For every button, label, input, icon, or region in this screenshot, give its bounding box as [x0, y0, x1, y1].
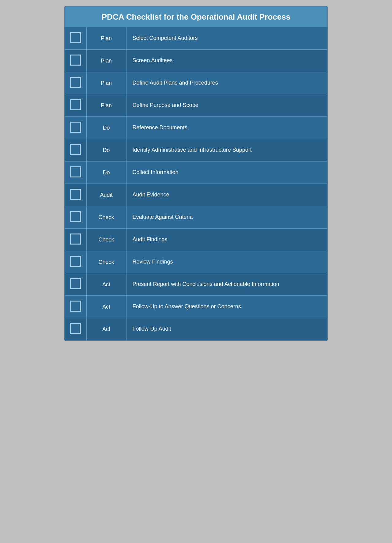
checkbox[interactable]: [70, 323, 81, 334]
checkbox[interactable]: [70, 278, 81, 289]
table-row: AuditAudit Evidence: [65, 184, 327, 206]
checkbox[interactable]: [70, 301, 81, 312]
checkbox-cell[interactable]: [65, 94, 86, 117]
description-label: Select Competent Auditors: [126, 27, 327, 50]
description-label: Present Report with Conclusions and Acti…: [126, 273, 327, 296]
phase-label: Plan: [86, 72, 126, 94]
checkbox-cell[interactable]: [65, 273, 86, 296]
checkbox-cell[interactable]: [65, 184, 86, 206]
checkbox[interactable]: [70, 211, 81, 222]
phase-label: Do: [86, 117, 126, 139]
checklist-card: PDCA Checklist for the Operational Audit…: [64, 6, 328, 341]
checkbox-cell[interactable]: [65, 318, 86, 340]
description-label: Follow-Up to Answer Questions or Concern…: [126, 296, 327, 318]
checkbox-cell[interactable]: [65, 161, 86, 184]
checkbox[interactable]: [70, 32, 81, 43]
checkbox-cell[interactable]: [65, 251, 86, 273]
phase-label: Check: [86, 206, 126, 229]
phase-label: Act: [86, 273, 126, 296]
phase-label: Check: [86, 251, 126, 273]
description-label: Audit Findings: [126, 229, 327, 251]
phase-label: Act: [86, 318, 126, 340]
table-row: DoIdentify Administrative and Infrastruc…: [65, 139, 327, 161]
description-label: Screen Auditees: [126, 50, 327, 72]
description-label: Review Findings: [126, 251, 327, 273]
phase-label: Audit: [86, 184, 126, 206]
description-label: Identify Administrative and Infrastructu…: [126, 139, 327, 161]
phase-label: Do: [86, 139, 126, 161]
table-row: PlanDefine Purpose and Scope: [65, 94, 327, 117]
checkbox[interactable]: [70, 166, 81, 177]
table-row: CheckReview Findings: [65, 251, 327, 273]
page-title: PDCA Checklist for the Operational Audit…: [71, 12, 321, 22]
checkbox[interactable]: [70, 256, 81, 267]
description-label: Collect Information: [126, 161, 327, 184]
table-row: PlanScreen Auditees: [65, 50, 327, 72]
checkbox-cell[interactable]: [65, 27, 86, 50]
table-row: ActFollow-Up to Answer Questions or Conc…: [65, 296, 327, 318]
checkbox-cell[interactable]: [65, 206, 86, 229]
checkbox[interactable]: [70, 99, 81, 110]
table-row: CheckEvaluate Against Criteria: [65, 206, 327, 229]
phase-label: Plan: [86, 50, 126, 72]
checkbox-cell[interactable]: [65, 139, 86, 161]
checkbox-cell[interactable]: [65, 72, 86, 94]
table-row: ActPresent Report with Conclusions and A…: [65, 273, 327, 296]
description-label: Reference Documents: [126, 117, 327, 139]
phase-label: Do: [86, 161, 126, 184]
table-row: PlanDefine Audit Plans and Procedures: [65, 72, 327, 94]
description-label: Define Purpose and Scope: [126, 94, 327, 117]
table-row: DoReference Documents: [65, 117, 327, 139]
checkbox[interactable]: [70, 77, 81, 88]
checklist-table: PlanSelect Competent AuditorsPlanScreen …: [65, 27, 327, 340]
checkbox-cell[interactable]: [65, 117, 86, 139]
checkbox[interactable]: [70, 234, 81, 245]
phase-label: Act: [86, 296, 126, 318]
description-label: Follow-Up Audit: [126, 318, 327, 340]
checkbox-cell[interactable]: [65, 50, 86, 72]
description-label: Define Audit Plans and Procedures: [126, 72, 327, 94]
description-label: Evaluate Against Criteria: [126, 206, 327, 229]
phase-label: Check: [86, 229, 126, 251]
checkbox[interactable]: [70, 55, 81, 66]
phase-label: Plan: [86, 94, 126, 117]
checkbox[interactable]: [70, 144, 81, 155]
table-row: DoCollect Information: [65, 161, 327, 184]
table-row: PlanSelect Competent Auditors: [65, 27, 327, 50]
table-row: ActFollow-Up Audit: [65, 318, 327, 340]
checkbox[interactable]: [70, 189, 81, 200]
checkbox-cell[interactable]: [65, 296, 86, 318]
checkbox[interactable]: [70, 122, 81, 133]
phase-label: Plan: [86, 27, 126, 50]
checkbox-cell[interactable]: [65, 229, 86, 251]
card-header: PDCA Checklist for the Operational Audit…: [65, 7, 327, 27]
table-row: CheckAudit Findings: [65, 229, 327, 251]
description-label: Audit Evidence: [126, 184, 327, 206]
